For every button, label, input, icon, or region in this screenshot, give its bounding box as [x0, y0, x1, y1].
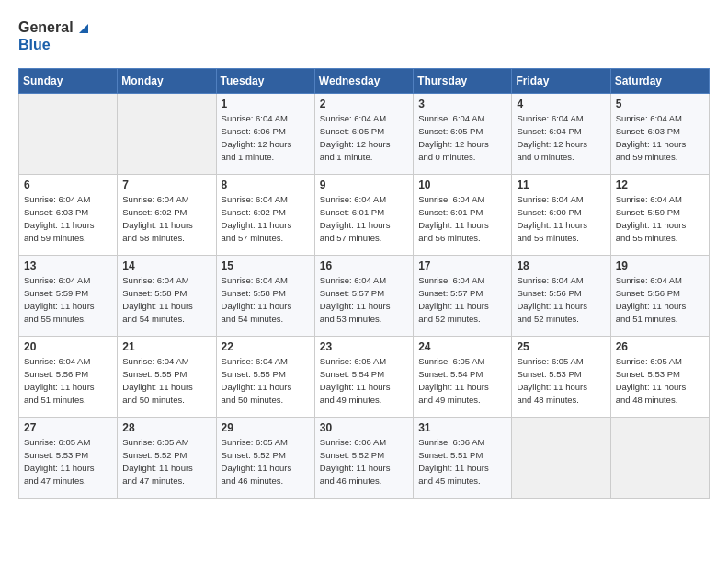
- week-row-4: 20Sunrise: 6:04 AM Sunset: 5:56 PM Dayli…: [19, 337, 710, 418]
- calendar-cell: 9Sunrise: 6:04 AM Sunset: 6:01 PM Daylig…: [314, 175, 413, 256]
- day-number: 23: [320, 340, 408, 353]
- day-number: 28: [122, 421, 210, 434]
- day-number: 10: [418, 178, 506, 191]
- day-info: Sunrise: 6:04 AM Sunset: 6:03 PM Dayligh…: [616, 112, 704, 163]
- calendar-cell: 16Sunrise: 6:04 AM Sunset: 5:57 PM Dayli…: [314, 256, 413, 337]
- day-info: Sunrise: 6:06 AM Sunset: 5:52 PM Dayligh…: [320, 436, 408, 487]
- calendar-cell: 2Sunrise: 6:04 AM Sunset: 6:05 PM Daylig…: [314, 94, 413, 175]
- day-info: Sunrise: 6:05 AM Sunset: 5:52 PM Dayligh…: [222, 436, 310, 487]
- calendar-cell: 14Sunrise: 6:04 AM Sunset: 5:58 PM Dayli…: [118, 256, 216, 337]
- calendar-cell: 30Sunrise: 6:06 AM Sunset: 5:52 PM Dayli…: [314, 418, 413, 499]
- calendar-cell: 5Sunrise: 6:04 AM Sunset: 6:03 PM Daylig…: [610, 94, 709, 175]
- calendar-cell: 24Sunrise: 6:05 AM Sunset: 5:54 PM Dayli…: [414, 337, 512, 418]
- day-number: 21: [122, 340, 210, 353]
- day-info: Sunrise: 6:04 AM Sunset: 6:05 PM Dayligh…: [418, 112, 506, 163]
- day-info: Sunrise: 6:04 AM Sunset: 6:00 PM Dayligh…: [517, 193, 605, 244]
- column-header-sunday: Sunday: [19, 69, 118, 94]
- calendar-table: SundayMondayTuesdayWednesdayThursdayFrid…: [18, 68, 710, 499]
- day-number: 26: [616, 340, 704, 353]
- day-info: Sunrise: 6:04 AM Sunset: 6:05 PM Dayligh…: [320, 112, 408, 163]
- calendar-cell: 11Sunrise: 6:04 AM Sunset: 6:00 PM Dayli…: [512, 175, 610, 256]
- day-number: 27: [24, 421, 112, 434]
- week-row-5: 27Sunrise: 6:05 AM Sunset: 5:53 PM Dayli…: [19, 418, 710, 499]
- calendar-cell: 31Sunrise: 6:06 AM Sunset: 5:51 PM Dayli…: [414, 418, 512, 499]
- column-header-tuesday: Tuesday: [216, 69, 314, 94]
- day-info: Sunrise: 6:05 AM Sunset: 5:53 PM Dayligh…: [24, 436, 112, 487]
- calendar-cell: 21Sunrise: 6:04 AM Sunset: 5:55 PM Dayli…: [118, 337, 216, 418]
- day-info: Sunrise: 6:04 AM Sunset: 5:58 PM Dayligh…: [222, 274, 310, 325]
- calendar-cell: [19, 94, 118, 175]
- column-header-wednesday: Wednesday: [314, 69, 413, 94]
- calendar-cell: 15Sunrise: 6:04 AM Sunset: 5:58 PM Dayli…: [216, 256, 314, 337]
- day-info: Sunrise: 6:04 AM Sunset: 5:59 PM Dayligh…: [616, 193, 704, 244]
- calendar-cell: 18Sunrise: 6:04 AM Sunset: 5:56 PM Dayli…: [512, 256, 610, 337]
- calendar-cell: [512, 418, 610, 499]
- day-number: 7: [122, 178, 210, 191]
- day-info: Sunrise: 6:04 AM Sunset: 5:56 PM Dayligh…: [517, 274, 605, 325]
- calendar-cell: 12Sunrise: 6:04 AM Sunset: 5:59 PM Dayli…: [610, 175, 709, 256]
- column-header-saturday: Saturday: [610, 69, 709, 94]
- day-info: Sunrise: 6:04 AM Sunset: 5:56 PM Dayligh…: [24, 355, 112, 406]
- week-row-1: 1Sunrise: 6:04 AM Sunset: 6:06 PM Daylig…: [19, 94, 710, 175]
- day-info: Sunrise: 6:04 AM Sunset: 6:02 PM Dayligh…: [222, 193, 310, 244]
- calendar-cell: 19Sunrise: 6:04 AM Sunset: 5:56 PM Dayli…: [610, 256, 709, 337]
- day-number: 30: [320, 421, 408, 434]
- day-info: Sunrise: 6:04 AM Sunset: 5:59 PM Dayligh…: [24, 274, 112, 325]
- week-row-3: 13Sunrise: 6:04 AM Sunset: 5:59 PM Dayli…: [19, 256, 710, 337]
- week-row-2: 6Sunrise: 6:04 AM Sunset: 6:03 PM Daylig…: [19, 175, 710, 256]
- calendar-cell: 4Sunrise: 6:04 AM Sunset: 6:04 PM Daylig…: [512, 94, 610, 175]
- day-info: Sunrise: 6:05 AM Sunset: 5:54 PM Dayligh…: [418, 355, 506, 406]
- calendar-cell: 7Sunrise: 6:04 AM Sunset: 6:02 PM Daylig…: [118, 175, 216, 256]
- day-info: Sunrise: 6:04 AM Sunset: 5:57 PM Dayligh…: [320, 274, 408, 325]
- day-number: 31: [418, 421, 506, 434]
- day-number: 1: [222, 98, 310, 110]
- day-number: 3: [418, 98, 506, 110]
- header-row: SundayMondayTuesdayWednesdayThursdayFrid…: [19, 69, 710, 94]
- calendar-cell: 20Sunrise: 6:04 AM Sunset: 5:56 PM Dayli…: [19, 337, 118, 418]
- day-info: Sunrise: 6:05 AM Sunset: 5:54 PM Dayligh…: [320, 355, 408, 406]
- day-number: 18: [517, 259, 605, 272]
- day-number: 24: [418, 340, 506, 353]
- day-number: 29: [222, 421, 310, 434]
- day-info: Sunrise: 6:04 AM Sunset: 6:04 PM Dayligh…: [517, 112, 605, 163]
- day-number: 2: [320, 98, 408, 110]
- calendar-cell: 10Sunrise: 6:04 AM Sunset: 6:01 PM Dayli…: [414, 175, 512, 256]
- day-number: 25: [517, 340, 605, 353]
- day-info: Sunrise: 6:04 AM Sunset: 6:01 PM Dayligh…: [320, 193, 408, 244]
- calendar-cell: 22Sunrise: 6:04 AM Sunset: 5:55 PM Dayli…: [216, 337, 314, 418]
- calendar-cell: 17Sunrise: 6:04 AM Sunset: 5:57 PM Dayli…: [414, 256, 512, 337]
- day-number: 8: [222, 178, 310, 191]
- logo: General Blue: [18, 18, 88, 53]
- day-info: Sunrise: 6:04 AM Sunset: 5:56 PM Dayligh…: [616, 274, 704, 325]
- logo-text: General Blue: [18, 18, 88, 53]
- calendar-cell: 25Sunrise: 6:05 AM Sunset: 5:53 PM Dayli…: [512, 337, 610, 418]
- day-number: 12: [616, 178, 704, 191]
- day-number: 11: [517, 178, 605, 191]
- calendar-cell: 1Sunrise: 6:04 AM Sunset: 6:06 PM Daylig…: [216, 94, 314, 175]
- calendar-cell: [118, 94, 216, 175]
- calendar-cell: 23Sunrise: 6:05 AM Sunset: 5:54 PM Dayli…: [314, 337, 413, 418]
- day-number: 5: [616, 98, 704, 110]
- day-number: 14: [122, 259, 210, 272]
- day-info: Sunrise: 6:04 AM Sunset: 6:02 PM Dayligh…: [122, 193, 210, 244]
- day-info: Sunrise: 6:04 AM Sunset: 5:57 PM Dayligh…: [418, 274, 506, 325]
- calendar-cell: 6Sunrise: 6:04 AM Sunset: 6:03 PM Daylig…: [19, 175, 118, 256]
- column-header-monday: Monday: [118, 69, 216, 94]
- day-number: 15: [222, 259, 310, 272]
- day-info: Sunrise: 6:04 AM Sunset: 5:55 PM Dayligh…: [222, 355, 310, 406]
- day-number: 22: [222, 340, 310, 353]
- day-info: Sunrise: 6:04 AM Sunset: 5:55 PM Dayligh…: [122, 355, 210, 406]
- day-info: Sunrise: 6:05 AM Sunset: 5:53 PM Dayligh…: [616, 355, 704, 406]
- day-info: Sunrise: 6:04 AM Sunset: 6:06 PM Dayligh…: [222, 112, 310, 163]
- column-header-friday: Friday: [512, 69, 610, 94]
- calendar-cell: 27Sunrise: 6:05 AM Sunset: 5:53 PM Dayli…: [19, 418, 118, 499]
- day-info: Sunrise: 6:05 AM Sunset: 5:52 PM Dayligh…: [122, 436, 210, 487]
- day-info: Sunrise: 6:06 AM Sunset: 5:51 PM Dayligh…: [418, 436, 506, 487]
- calendar-cell: 28Sunrise: 6:05 AM Sunset: 5:52 PM Dayli…: [118, 418, 216, 499]
- day-number: 17: [418, 259, 506, 272]
- day-number: 4: [517, 98, 605, 110]
- calendar-cell: 29Sunrise: 6:05 AM Sunset: 5:52 PM Dayli…: [216, 418, 314, 499]
- column-header-thursday: Thursday: [414, 69, 512, 94]
- calendar-cell: 8Sunrise: 6:04 AM Sunset: 6:02 PM Daylig…: [216, 175, 314, 256]
- page-header: General Blue: [18, 18, 710, 53]
